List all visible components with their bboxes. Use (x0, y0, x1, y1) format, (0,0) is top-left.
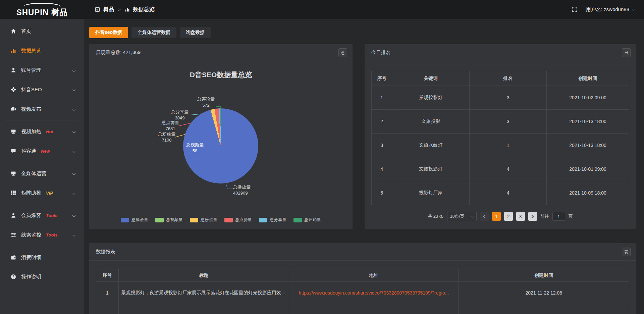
page-button-1[interactable]: 1 (492, 212, 501, 221)
overview-corner-button[interactable]: 总 (338, 48, 347, 57)
sidebar-item-douyin-seo[interactable]: 抖音SEO (0, 80, 84, 99)
column-header: 创建时间 (547, 71, 629, 86)
legend-item-5[interactable]: 总评论量 (293, 217, 321, 223)
tab-inquiry-data[interactable]: 询盘数据 (180, 27, 211, 38)
legend-item-0[interactable]: 总播放量 (121, 217, 148, 223)
chevron-down-icon (72, 130, 76, 133)
sidebar-divider (6, 204, 78, 204)
report-url-cell: https://www.iesdouyin.com/share/video/70… (289, 282, 459, 304)
sidebar-item-video-publish[interactable]: 视频发布 (0, 99, 84, 119)
sidebar-item-label: 线索监控 (21, 232, 41, 238)
table-cell: 1 (469, 134, 546, 157)
next-page-button[interactable] (528, 212, 537, 221)
chevron-left-icon (483, 215, 486, 218)
main-content: 抖音seo数据全媒体运营数据询盘数据 展现量总数: 421,369 总 D音SE… (84, 19, 644, 314)
display-icon (11, 129, 16, 134)
sidebar-item-label: 操作说明 (21, 274, 41, 280)
app-logo: SHUPIN 树品 (0, 1, 84, 18)
chevron-down-icon (72, 172, 76, 175)
sidebar-item-clue-monitor[interactable]: 线索监控Tools (0, 225, 84, 245)
top-bar: SHUPIN 树品 树品 > 数据总览 用户名: zswodun88 (0, 0, 644, 19)
column-header: 地址 (289, 269, 459, 282)
sidebar-item-member-baoke[interactable]: 会员爆客Tools (0, 206, 84, 225)
legend-swatch (121, 218, 129, 222)
report-title-cell: 景观投影灯，夜游景观投影灯厂家展示展示落花灯在花园里的灯光投影应用效果 # (118, 282, 289, 304)
legend-item-2[interactable]: 总粉丝量 (190, 217, 217, 223)
column-header: 关键词 (392, 71, 469, 86)
sidebar-divider (6, 246, 78, 246)
sidebar-item-account-manage[interactable]: 账号管理 (0, 60, 84, 80)
goto-label: 前往 (540, 213, 549, 219)
table-cell: 2021-10-13 18:00 (547, 110, 629, 134)
table-cell: 2021-10-13 18:00 (547, 134, 629, 157)
table-cell (96, 304, 119, 314)
sidebar-item-label: 账号管理 (21, 67, 41, 73)
legend-swatch (259, 218, 267, 222)
ranking-panel: 今日排名 日 序号关键词排名创建时间 1景观投影灯32021-10-02 09:… (365, 44, 636, 229)
pagination-total: 共 23 条 (428, 213, 444, 219)
sidebar-badge: New (41, 149, 50, 154)
breadcrumb: 树品 > 数据总览 (95, 6, 155, 13)
breadcrumb-root[interactable]: 树品 (103, 6, 114, 13)
table-row: 2文旅投影32021-10-13 18:00 (372, 110, 629, 134)
legend-item-3[interactable]: 总点赞量 (224, 217, 252, 223)
sidebar-item-data-overview[interactable]: 数据总览 (0, 41, 84, 60)
page-button-3[interactable]: 3 (516, 212, 525, 221)
data-tabs: 抖音seo数据全媒体运营数据询盘数据 (89, 27, 636, 38)
sidebar: 首页数据总览账号管理抖音SEO视频发布视频加热Hot抖客通New全媒体运营矩阵助… (0, 19, 84, 314)
person-icon (11, 213, 16, 218)
page-button-2[interactable]: 2 (504, 212, 513, 221)
ranking-table: 序号关键词排名创建时间 1景观投影灯32021-10-02 09:002文旅投影… (371, 71, 629, 205)
sidebar-item-media-operation[interactable]: 全媒体运营 (0, 164, 84, 183)
user-icon (11, 67, 16, 73)
logo-text-cn: 树品 (51, 7, 67, 18)
video-publish-icon (11, 106, 16, 112)
pie-label-likes: 总点赞量7681 (150, 120, 191, 132)
table-row: 4文旅投影灯42021-10-01 09:00 (372, 157, 629, 181)
sidebar-item-video-heat[interactable]: 视频加热Hot (0, 122, 84, 141)
ranking-title: 今日排名 (371, 49, 391, 56)
chevron-right-icon (530, 215, 534, 218)
page-size-select[interactable]: 10条/页 (447, 212, 477, 221)
chevron-down-icon (72, 233, 76, 237)
table-cell: 4 (469, 157, 546, 181)
impressions-total: 展现量总数: 421,369 (96, 49, 141, 56)
chevron-down-icon (72, 88, 76, 91)
gear-icon (11, 87, 16, 92)
prev-page-button[interactable] (480, 212, 489, 221)
sidebar-item-label: 视频发布 (21, 106, 41, 112)
user-menu[interactable]: 用户名: zswodun88 (586, 6, 635, 13)
sidebar-item-operation-guide[interactable]: 操作说明 (0, 267, 84, 286)
report-link[interactable]: https://www.iesdouyin.com/share/video/70… (299, 290, 449, 296)
legend-item-1[interactable]: 总视频量 (155, 217, 183, 223)
ranking-corner-button[interactable]: 日 (622, 48, 631, 57)
table-cell: 1 (96, 282, 119, 304)
chevron-down-icon (72, 68, 76, 72)
legend-swatch (224, 218, 233, 222)
sidebar-badge: Hot (46, 129, 53, 134)
sidebar-item-matrix-boost[interactable]: 矩阵助推VIP (0, 183, 84, 203)
sidebar-item-label: 视频加热 (21, 128, 41, 135)
table-cell: 1 (372, 86, 392, 110)
column-header: 序号 (372, 71, 392, 86)
report-time-cell (459, 304, 629, 314)
breadcrumb-current: 数据总览 (133, 6, 155, 13)
tab-douyin-seo-data[interactable]: 抖音seo数据 (89, 27, 128, 38)
sidebar-item-label: 首页 (21, 28, 31, 35)
table-cell: 2021-10-01 09:00 (547, 157, 629, 181)
fullscreen-icon[interactable] (572, 7, 577, 12)
sidebar-item-douketong[interactable]: 抖客通New (0, 141, 84, 161)
legend-label: 总评论量 (304, 217, 321, 223)
sidebar-item-home[interactable]: 首页 (0, 21, 84, 41)
report-corner-button[interactable]: 表 (622, 248, 631, 256)
table-cell: 2021-10-09 18:00 (547, 181, 629, 205)
legend-swatch (293, 218, 302, 222)
sidebar-badge: Tools (46, 213, 57, 218)
goto-page-input[interactable] (552, 212, 565, 221)
legend-item-4[interactable]: 总分享量 (259, 217, 286, 223)
monitor-icon (11, 171, 16, 176)
tab-media-operation-data[interactable]: 全媒体运营数据 (131, 27, 176, 38)
table-cell: 3 (469, 86, 546, 110)
sidebar-item-consume-detail[interactable]: 消费明细 (0, 248, 84, 267)
legend-label: 总粉丝量 (201, 217, 217, 223)
